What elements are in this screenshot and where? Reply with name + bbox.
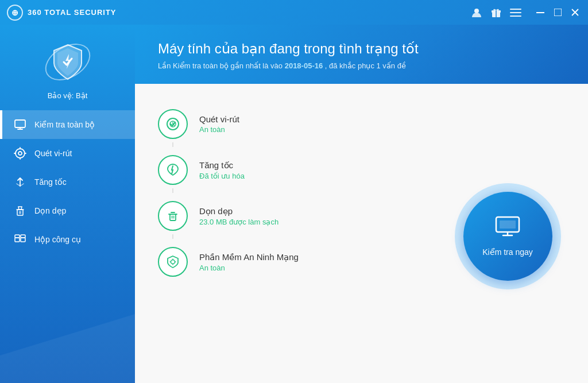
speedup-icon [14, 176, 26, 188]
user-icon[interactable] [471, 7, 482, 18]
feature-item-don-dep: Dọn dẹp 23.0 MB được làm sạch [158, 193, 433, 239]
content-title: Máy tính của bạn đang trong tình trạng t… [158, 41, 565, 57]
sidebar-item-kiem-tra-toan-bo[interactable]: Kiểm tra toàn bộ [0, 110, 135, 139]
svg-rect-11 [15, 120, 25, 127]
feature-info-quet-vi-rut: Quét vi-rút An toàn [199, 114, 239, 134]
feature-status: An toàn [199, 264, 299, 272]
content-subtitle: Lần Kiểm tra toàn bộ gần nhất là vào 201… [158, 61, 565, 70]
svg-point-12 [16, 149, 25, 158]
feature-item-an-ninh-mang: Phần Mềm An Ninh Mạng An toàn [158, 239, 433, 285]
feature-icon-quet-vi-rut [158, 109, 188, 139]
virus-scan-icon [14, 147, 26, 160]
feature-info-don-dep: Dọn dẹp 23.0 MB được làm sạch [199, 206, 278, 226]
feature-item-quet-vi-rut: Quét vi-rút An toàn [158, 101, 433, 147]
shield-area: Bảo vệ: Bật [0, 25, 135, 110]
title-bar: ⊕ 360 TOTAL SECURITY [0, 0, 588, 25]
svg-rect-17 [15, 235, 20, 238]
feature-icon-an-ninh [158, 247, 188, 277]
app-logo-icon: ⊕ [7, 5, 23, 21]
svg-rect-8 [554, 9, 562, 16]
feature-info-an-ninh: Phần Mềm An Ninh Mạng An toàn [199, 252, 299, 272]
sidebar-item-hop-cong-cu[interactable]: Hộp công cụ [0, 225, 135, 254]
feature-name: Quét vi-rút [199, 114, 239, 124]
content-area: Máy tính của bạn đang trong tình trạng t… [135, 25, 588, 383]
feature-name: Phần Mềm An Ninh Mạng [199, 252, 299, 262]
sidebar-item-label: Quét vi-rút [34, 149, 72, 158]
scan-area: Kiểm tra ngay [450, 101, 565, 372]
protection-label: Bảo vệ: Bật [48, 91, 88, 100]
title-bar-left: ⊕ 360 TOTAL SECURITY [7, 5, 117, 21]
scan-button-label: Kiểm tra ngay [482, 247, 533, 257]
sidebar: Bảo vệ: Bật Kiểm tra toàn bộ [0, 25, 135, 383]
svg-point-22 [171, 260, 175, 264]
feature-name: Dọn dẹp [199, 206, 278, 216]
content-body: Quét vi-rút An toàn Tăng tốc Đã tối [135, 84, 588, 383]
main-layout: Bảo vệ: Bật Kiểm tra toàn bộ [0, 25, 588, 383]
sidebar-item-label: Hộp công cụ [34, 235, 81, 244]
menu-icon[interactable] [510, 7, 521, 18]
feature-info-tang-toc: Tăng tốc Đã tối ưu hóa [199, 160, 245, 180]
scan-button[interactable]: Kiểm tra ngay [463, 192, 552, 281]
gift-icon[interactable] [490, 7, 502, 18]
svg-point-13 [18, 152, 22, 155]
minimize-button[interactable] [534, 6, 547, 19]
svg-rect-14 [17, 210, 23, 215]
svg-rect-15 [15, 238, 20, 242]
feature-item-tang-toc: Tăng tốc Đã tối ưu hóa [158, 147, 433, 193]
feature-icon-tang-toc [158, 155, 188, 185]
svg-point-0 [474, 9, 479, 13]
sidebar-item-label: Kiểm tra toàn bộ [34, 120, 95, 129]
feature-name: Tăng tốc [199, 160, 245, 171]
shield-icon-wrap [42, 36, 94, 88]
active-bar [0, 110, 2, 139]
app-title: 360 TOTAL SECURITY [28, 8, 117, 17]
svg-rect-7 [536, 12, 544, 13]
sidebar-item-tang-toc[interactable]: Tăng tốc [0, 168, 135, 196]
scan-monitor-icon [495, 216, 520, 243]
svg-rect-24 [500, 220, 516, 229]
svg-rect-5 [510, 12, 521, 13]
monitor-icon [14, 118, 26, 131]
svg-rect-6 [510, 16, 521, 17]
sidebar-item-label: Tăng tốc [34, 177, 67, 187]
sidebar-item-don-dep[interactable]: Dọn dẹp [0, 196, 135, 225]
toolbox-icon [14, 233, 26, 246]
svg-rect-18 [21, 235, 25, 238]
feature-status: An toàn [199, 125, 239, 134]
scan-button-outer: Kiểm tra ngay [455, 183, 561, 289]
last-scan-date: 2018-05-16 [285, 61, 323, 70]
title-bar-right [471, 6, 581, 19]
content-header: Máy tính của bạn đang trong tình trạng t… [135, 25, 588, 84]
feature-status: Đã tối ưu hóa [199, 172, 245, 180]
shield-icon [52, 44, 84, 80]
maximize-button[interactable] [551, 6, 564, 19]
clean-icon [14, 204, 26, 217]
svg-rect-16 [21, 238, 25, 242]
subtitle-prefix: Lần Kiểm tra toàn bộ gần nhất là vào [158, 61, 285, 70]
sidebar-item-label: Dọn dẹp [34, 206, 66, 215]
feature-status: 23.0 MB được làm sạch [199, 218, 278, 226]
close-button[interactable] [568, 6, 581, 19]
subtitle-suffix: , đã khắc phục 1 vấn đề [323, 61, 406, 70]
svg-rect-4 [510, 9, 521, 10]
feature-icon-don-dep [158, 201, 188, 231]
sidebar-item-quet-vi-rut[interactable]: Quét vi-rút [0, 139, 135, 168]
window-controls [534, 6, 581, 19]
feature-list: Quét vi-rút An toàn Tăng tốc Đã tối [158, 101, 433, 372]
